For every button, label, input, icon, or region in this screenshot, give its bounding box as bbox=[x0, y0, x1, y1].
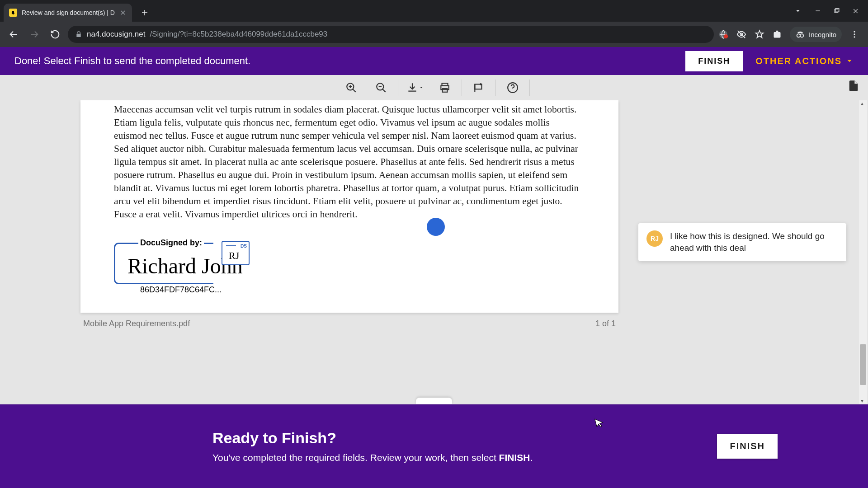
tab-close-icon[interactable] bbox=[119, 9, 127, 16]
window-controls bbox=[785, 0, 868, 22]
other-actions-dropdown[interactable]: OTHER ACTIONS bbox=[755, 56, 854, 66]
zoom-in-button[interactable] bbox=[336, 79, 366, 97]
document-footer: Mobile App Requirements.pdf 1 of 1 bbox=[80, 313, 618, 328]
comment-marker-icon[interactable] bbox=[427, 218, 445, 236]
finish-panel: Ready to Finish? You've completed the re… bbox=[0, 404, 868, 488]
lock-icon bbox=[75, 31, 82, 38]
extensions-icon[interactable] bbox=[773, 30, 782, 39]
tab-title: Review and sign document(s) | D bbox=[22, 9, 115, 16]
documents-panel-toggle[interactable] bbox=[847, 80, 860, 92]
tab-favicon bbox=[9, 9, 17, 17]
scrollbar-thumb[interactable] bbox=[860, 344, 866, 385]
initials-box[interactable]: DS RJ bbox=[222, 241, 250, 265]
ds-line bbox=[226, 245, 236, 246]
finish-subtext-bold: FINISH bbox=[499, 452, 530, 463]
download-button[interactable] bbox=[400, 79, 430, 97]
chevron-down-icon bbox=[419, 85, 424, 90]
toolbar-separator bbox=[398, 80, 398, 96]
svg-rect-5 bbox=[774, 32, 781, 38]
docusigned-by-label: DocuSigned by: bbox=[138, 238, 204, 248]
comment-flag-button[interactable] bbox=[464, 79, 494, 97]
document-filename: Mobile App Requirements.pdf bbox=[83, 319, 190, 328]
finish-subtext: You've completed the required fields. Re… bbox=[212, 452, 533, 463]
incognito-label: Incognito bbox=[809, 31, 836, 38]
comment-card[interactable]: RJ I like how this is designed. We shoul… bbox=[638, 223, 846, 261]
back-button[interactable] bbox=[5, 26, 22, 42]
reload-button[interactable] bbox=[47, 26, 63, 42]
finish-button-top[interactable]: FINISH bbox=[685, 51, 743, 71]
app-header: Done! Select Finish to send the complete… bbox=[0, 47, 868, 75]
svg-point-10 bbox=[854, 33, 855, 35]
bookmark-icon[interactable] bbox=[755, 29, 764, 39]
svg-point-11 bbox=[854, 36, 855, 38]
document-body-text: Maecenas accumsan velit vel turpis rutru… bbox=[114, 100, 585, 221]
document-viewer: Maecenas accumsan velit vel turpis rutru… bbox=[0, 100, 868, 404]
scroll-down-icon[interactable]: ▾ bbox=[858, 398, 866, 404]
chevron-down-icon bbox=[845, 57, 854, 65]
url-path: /Signing/?ti=8c5b238eba4d46099dde61da1cc… bbox=[150, 30, 328, 39]
browser-nav-bar: na4.docusign.net/Signing/?ti=8c5b238eba4… bbox=[0, 22, 868, 47]
browser-right-icons: Incognito bbox=[718, 27, 863, 42]
minimize-icon[interactable] bbox=[815, 8, 821, 14]
header-message: Done! Select Finish to send the complete… bbox=[14, 55, 250, 67]
document-toolbar bbox=[0, 75, 868, 100]
finish-subtext-suffix: . bbox=[530, 452, 533, 463]
ds-tag: DS bbox=[241, 244, 247, 249]
forward-button[interactable] bbox=[26, 26, 42, 42]
toolbar-separator bbox=[462, 80, 462, 96]
scroll-tab[interactable] bbox=[416, 398, 452, 404]
svg-point-8 bbox=[800, 34, 803, 37]
scroll-up-icon[interactable]: ▴ bbox=[858, 100, 866, 107]
address-bar[interactable]: na4.docusign.net/Signing/?ti=8c5b238eba4… bbox=[68, 26, 714, 43]
vertical-scrollbar[interactable]: ▴ ▾ bbox=[859, 100, 867, 404]
kebab-menu-icon[interactable] bbox=[850, 30, 859, 39]
browser-tab-strip: Review and sign document(s) | D bbox=[0, 0, 868, 22]
tab-search-icon[interactable] bbox=[794, 7, 802, 15]
document-page[interactable]: Maecenas accumsan velit vel turpis rutru… bbox=[80, 100, 618, 313]
document-area: Maecenas accumsan velit vel turpis rutru… bbox=[80, 100, 618, 328]
cursor-icon bbox=[594, 416, 605, 429]
browser-tab[interactable]: Review and sign document(s) | D bbox=[4, 4, 132, 22]
initials-text: RJ bbox=[229, 250, 239, 262]
svg-rect-6 bbox=[776, 31, 778, 33]
finish-subtext-prefix: You've completed the required fields. Re… bbox=[212, 452, 499, 463]
comment-avatar: RJ bbox=[646, 230, 663, 247]
new-tab-button[interactable] bbox=[137, 5, 152, 20]
zoom-out-button[interactable] bbox=[366, 79, 396, 97]
print-button[interactable] bbox=[430, 79, 460, 97]
eye-blocked-icon[interactable] bbox=[736, 29, 746, 39]
comment-text: I like how this is designed. We should g… bbox=[670, 230, 838, 254]
signature-block[interactable]: DocuSigned by: Richard John DS RJ 86D34F… bbox=[114, 238, 241, 263]
incognito-badge[interactable]: Incognito bbox=[790, 27, 842, 42]
svg-point-3 bbox=[724, 34, 728, 38]
help-button[interactable] bbox=[498, 79, 528, 97]
toolbar-separator bbox=[495, 80, 496, 96]
page-indicator: 1 of 1 bbox=[595, 319, 616, 328]
svg-point-9 bbox=[854, 31, 855, 33]
translate-icon[interactable] bbox=[718, 29, 728, 39]
toolbar-separator bbox=[529, 80, 530, 96]
other-actions-label: OTHER ACTIONS bbox=[755, 56, 842, 66]
url-domain: na4.docusign.net bbox=[87, 30, 146, 39]
finish-heading: Ready to Finish? bbox=[212, 429, 533, 447]
close-window-icon[interactable] bbox=[852, 8, 859, 14]
svg-point-7 bbox=[797, 34, 800, 37]
maximize-icon[interactable] bbox=[834, 8, 840, 14]
finish-button-bottom[interactable]: FINISH bbox=[717, 434, 778, 459]
signature-hash: 86D34FDF78C64FC... bbox=[138, 285, 223, 295]
